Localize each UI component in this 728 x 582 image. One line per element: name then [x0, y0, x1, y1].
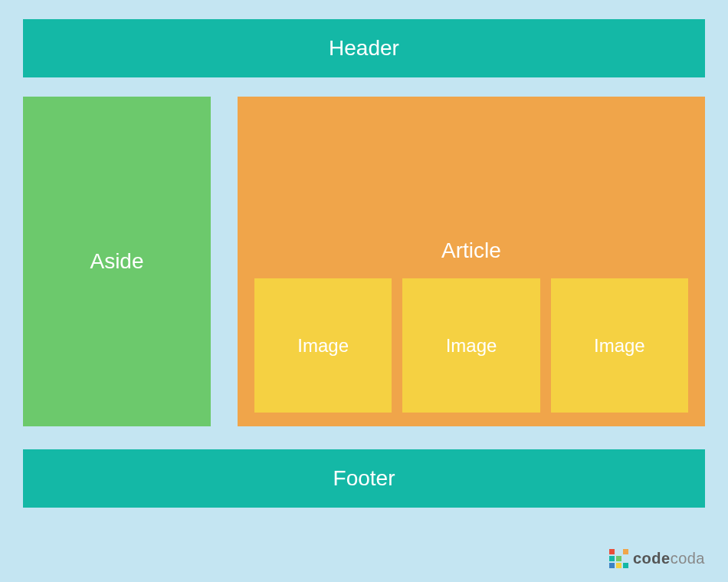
- logo-cell: [616, 556, 621, 561]
- logo-grid-icon: [609, 549, 628, 568]
- logo-prefix: code: [633, 550, 671, 567]
- image-box: Image: [551, 278, 688, 413]
- image-row: Image Image Image: [238, 278, 705, 426]
- logo-cell: [616, 563, 621, 568]
- logo-text: codecoda: [633, 550, 705, 567]
- image-label: Image: [297, 335, 349, 357]
- logo-cell: [623, 563, 628, 568]
- layout-footer-region: Footer: [23, 449, 705, 508]
- image-label: Image: [446, 335, 497, 357]
- article-label-wrap: Article: [238, 97, 705, 278]
- image-box: Image: [254, 278, 392, 413]
- layout-article-region: Article Image Image Image: [238, 97, 705, 426]
- footer-label: Footer: [333, 466, 395, 490]
- layout-header-region: Header: [23, 19, 705, 77]
- logo-cell: [616, 549, 621, 554]
- aside-label: Aside: [90, 249, 143, 274]
- logo-cell: [609, 549, 615, 554]
- codecoda-logo: codecoda: [609, 549, 705, 568]
- logo-cell: [609, 563, 615, 568]
- image-box: Image: [402, 278, 539, 413]
- logo-cell: [623, 549, 628, 554]
- layout-main-region: Aside Article Image Image Image: [23, 97, 705, 426]
- logo-cell: [609, 556, 615, 561]
- article-label: Article: [441, 238, 501, 263]
- logo-cell: [623, 556, 628, 561]
- layout-aside-region: Aside: [23, 97, 211, 426]
- image-label: Image: [594, 335, 645, 357]
- header-label: Header: [329, 36, 399, 60]
- logo-suffix: coda: [671, 550, 705, 567]
